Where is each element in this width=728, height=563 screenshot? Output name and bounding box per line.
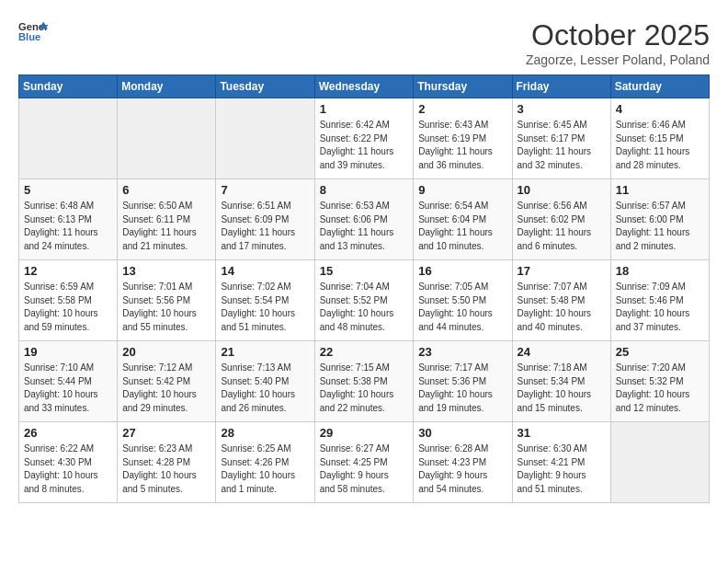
weekday-header-friday: Friday	[512, 75, 610, 98]
day-info: Sunrise: 7:10 AM Sunset: 5:44 PM Dayligh…	[24, 362, 112, 415]
day-cell: 11Sunrise: 6:57 AM Sunset: 6:00 PM Dayli…	[610, 179, 709, 260]
day-number: 14	[221, 264, 309, 278]
day-info: Sunrise: 6:46 AM Sunset: 6:15 PM Dayligh…	[616, 119, 704, 172]
calendar: SundayMondayTuesdayWednesdayThursdayFrid…	[18, 75, 710, 503]
day-info: Sunrise: 6:42 AM Sunset: 6:22 PM Dayligh…	[320, 119, 409, 172]
day-cell: 2Sunrise: 6:43 AM Sunset: 6:19 PM Daylig…	[414, 98, 512, 179]
day-cell: 23Sunrise: 7:17 AM Sunset: 5:36 PM Dayli…	[414, 341, 512, 422]
day-number: 26	[24, 426, 112, 440]
day-cell: 30Sunrise: 6:28 AM Sunset: 4:23 PM Dayli…	[414, 422, 512, 503]
day-info: Sunrise: 6:50 AM Sunset: 6:11 PM Dayligh…	[122, 200, 210, 253]
day-info: Sunrise: 7:09 AM Sunset: 5:46 PM Dayligh…	[616, 281, 704, 334]
day-number: 13	[122, 264, 210, 278]
day-cell: 19Sunrise: 7:10 AM Sunset: 5:44 PM Dayli…	[19, 341, 118, 422]
logo: General Blue	[18, 18, 48, 44]
day-info: Sunrise: 7:15 AM Sunset: 5:38 PM Dayligh…	[320, 362, 409, 415]
day-number: 5	[24, 183, 112, 197]
day-info: Sunrise: 7:17 AM Sunset: 5:36 PM Dayligh…	[418, 362, 506, 415]
day-cell: 22Sunrise: 7:15 AM Sunset: 5:38 PM Dayli…	[314, 341, 414, 422]
day-info: Sunrise: 6:56 AM Sunset: 6:02 PM Dayligh…	[518, 200, 606, 253]
day-info: Sunrise: 7:13 AM Sunset: 5:40 PM Dayligh…	[221, 362, 309, 415]
day-cell: 18Sunrise: 7:09 AM Sunset: 5:46 PM Dayli…	[610, 260, 709, 341]
day-info: Sunrise: 7:12 AM Sunset: 5:42 PM Dayligh…	[122, 362, 210, 415]
day-info: Sunrise: 6:30 AM Sunset: 4:21 PM Dayligh…	[518, 442, 606, 496]
day-info: Sunrise: 6:43 AM Sunset: 6:19 PM Dayligh…	[418, 119, 506, 172]
day-number: 6	[122, 183, 210, 197]
weekday-header-sunday: Sunday	[19, 75, 118, 98]
day-number: 22	[320, 345, 409, 359]
day-number: 18	[616, 264, 704, 278]
day-cell: 1Sunrise: 6:42 AM Sunset: 6:22 PM Daylig…	[314, 98, 414, 179]
day-info: Sunrise: 7:18 AM Sunset: 5:34 PM Dayligh…	[518, 362, 606, 415]
page: General Blue October 2025 Zagorze, Lesse…	[0, 0, 728, 512]
day-number: 30	[418, 426, 506, 440]
title-block: October 2025 Zagorze, Lesser Poland, Pol…	[526, 18, 710, 67]
svg-text:Blue: Blue	[18, 31, 40, 42]
header: General Blue October 2025 Zagorze, Lesse…	[18, 18, 710, 67]
day-number: 29	[320, 426, 409, 440]
day-cell: 9Sunrise: 6:54 AM Sunset: 6:04 PM Daylig…	[414, 179, 512, 260]
day-cell: 21Sunrise: 7:13 AM Sunset: 5:40 PM Dayli…	[216, 341, 314, 422]
day-number: 21	[221, 345, 309, 359]
day-info: Sunrise: 6:48 AM Sunset: 6:13 PM Dayligh…	[24, 200, 112, 253]
day-cell: 31Sunrise: 6:30 AM Sunset: 4:21 PM Dayli…	[512, 422, 610, 503]
day-cell: 8Sunrise: 6:53 AM Sunset: 6:06 PM Daylig…	[314, 179, 414, 260]
day-number: 8	[320, 183, 409, 197]
day-number: 3	[518, 102, 606, 116]
week-row-5: 26Sunrise: 6:22 AM Sunset: 4:30 PM Dayli…	[19, 422, 710, 503]
day-cell: 7Sunrise: 6:51 AM Sunset: 6:09 PM Daylig…	[216, 179, 314, 260]
weekday-header-monday: Monday	[118, 75, 216, 98]
day-cell: 15Sunrise: 7:04 AM Sunset: 5:52 PM Dayli…	[314, 260, 414, 341]
day-cell: 3Sunrise: 6:45 AM Sunset: 6:17 PM Daylig…	[512, 98, 610, 179]
day-number: 12	[24, 264, 112, 278]
day-info: Sunrise: 7:20 AM Sunset: 5:32 PM Dayligh…	[616, 362, 704, 415]
day-info: Sunrise: 6:59 AM Sunset: 5:58 PM Dayligh…	[24, 281, 112, 334]
day-cell: 27Sunrise: 6:23 AM Sunset: 4:28 PM Dayli…	[118, 422, 216, 503]
day-number: 1	[320, 102, 409, 116]
day-number: 25	[616, 345, 704, 359]
day-info: Sunrise: 6:57 AM Sunset: 6:00 PM Dayligh…	[616, 200, 704, 253]
day-info: Sunrise: 7:04 AM Sunset: 5:52 PM Dayligh…	[320, 281, 409, 334]
day-cell: 6Sunrise: 6:50 AM Sunset: 6:11 PM Daylig…	[118, 179, 216, 260]
day-number: 27	[122, 426, 210, 440]
day-info: Sunrise: 7:02 AM Sunset: 5:54 PM Dayligh…	[221, 281, 309, 334]
day-info: Sunrise: 6:53 AM Sunset: 6:06 PM Dayligh…	[320, 200, 409, 253]
day-cell	[118, 98, 216, 179]
day-cell: 29Sunrise: 6:27 AM Sunset: 4:25 PM Dayli…	[314, 422, 414, 503]
day-number: 11	[616, 183, 704, 197]
day-cell: 28Sunrise: 6:25 AM Sunset: 4:26 PM Dayli…	[216, 422, 314, 503]
day-cell: 13Sunrise: 7:01 AM Sunset: 5:56 PM Dayli…	[118, 260, 216, 341]
day-info: Sunrise: 6:45 AM Sunset: 6:17 PM Dayligh…	[518, 119, 606, 172]
day-cell	[19, 98, 118, 179]
day-cell: 20Sunrise: 7:12 AM Sunset: 5:42 PM Dayli…	[118, 341, 216, 422]
month-title: October 2025	[526, 18, 710, 52]
day-cell: 25Sunrise: 7:20 AM Sunset: 5:32 PM Dayli…	[610, 341, 709, 422]
day-number: 16	[418, 264, 506, 278]
day-info: Sunrise: 7:07 AM Sunset: 5:48 PM Dayligh…	[518, 281, 606, 334]
logo-icon: General Blue	[18, 18, 48, 44]
day-info: Sunrise: 6:25 AM Sunset: 4:26 PM Dayligh…	[221, 442, 309, 496]
weekday-header-saturday: Saturday	[610, 75, 709, 98]
week-row-2: 5Sunrise: 6:48 AM Sunset: 6:13 PM Daylig…	[19, 179, 710, 260]
day-info: Sunrise: 6:28 AM Sunset: 4:23 PM Dayligh…	[418, 442, 506, 496]
day-cell: 12Sunrise: 6:59 AM Sunset: 5:58 PM Dayli…	[19, 260, 118, 341]
weekday-header-wednesday: Wednesday	[314, 75, 414, 98]
day-info: Sunrise: 6:27 AM Sunset: 4:25 PM Dayligh…	[320, 442, 409, 496]
day-info: Sunrise: 6:23 AM Sunset: 4:28 PM Dayligh…	[122, 442, 210, 496]
day-info: Sunrise: 6:22 AM Sunset: 4:30 PM Dayligh…	[24, 442, 112, 496]
day-number: 31	[518, 426, 606, 440]
day-cell: 26Sunrise: 6:22 AM Sunset: 4:30 PM Dayli…	[19, 422, 118, 503]
day-number: 7	[221, 183, 309, 197]
day-number: 15	[320, 264, 409, 278]
day-cell	[216, 98, 314, 179]
day-info: Sunrise: 7:05 AM Sunset: 5:50 PM Dayligh…	[418, 281, 506, 334]
day-number: 9	[418, 183, 506, 197]
day-cell: 16Sunrise: 7:05 AM Sunset: 5:50 PM Dayli…	[414, 260, 512, 341]
day-info: Sunrise: 6:54 AM Sunset: 6:04 PM Dayligh…	[418, 200, 506, 253]
weekday-header-tuesday: Tuesday	[216, 75, 314, 98]
day-number: 19	[24, 345, 112, 359]
weekday-header-thursday: Thursday	[414, 75, 512, 98]
day-cell: 17Sunrise: 7:07 AM Sunset: 5:48 PM Dayli…	[512, 260, 610, 341]
day-cell	[610, 422, 709, 503]
day-cell: 24Sunrise: 7:18 AM Sunset: 5:34 PM Dayli…	[512, 341, 610, 422]
